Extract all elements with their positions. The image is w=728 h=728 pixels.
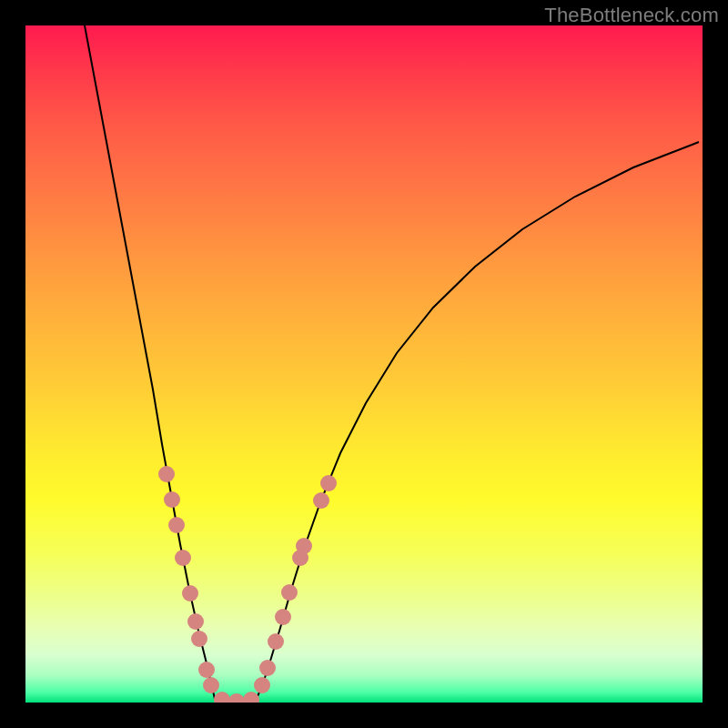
data-marker <box>243 692 259 703</box>
data-marker <box>168 517 185 533</box>
data-marker <box>158 466 175 482</box>
data-marker <box>313 492 329 509</box>
data-marker <box>198 662 215 678</box>
chart-plot-area <box>25 25 703 703</box>
curve-right-branch <box>257 142 699 699</box>
data-marker <box>268 633 284 650</box>
data-marker <box>275 609 291 625</box>
data-marker <box>203 677 219 693</box>
data-marker <box>254 677 270 693</box>
chart-svg <box>25 25 703 703</box>
data-marker <box>281 584 298 601</box>
data-marker <box>191 631 207 647</box>
data-marker <box>175 550 191 566</box>
data-marker <box>214 692 230 703</box>
data-marker <box>259 660 276 676</box>
data-marker <box>320 475 337 491</box>
data-marker <box>182 585 198 602</box>
data-marker <box>228 693 245 703</box>
data-marker <box>187 613 204 630</box>
data-markers <box>158 466 337 703</box>
data-marker <box>164 491 180 508</box>
watermark-text: TheBottleneck.com <box>544 4 719 27</box>
data-marker <box>296 538 312 554</box>
